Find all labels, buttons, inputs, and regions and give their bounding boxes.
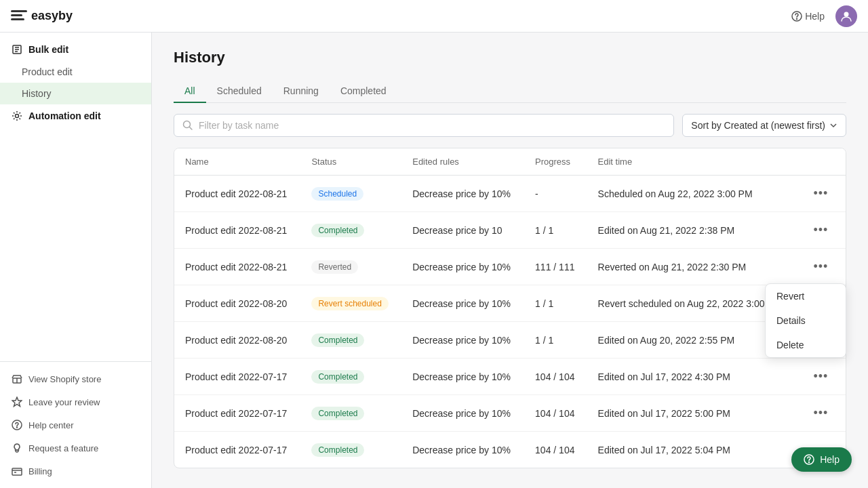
cell-actions: ••• xyxy=(797,359,846,395)
sidebar-item-label: Billing xyxy=(28,466,52,476)
sidebar-item-automation-edit[interactable]: Automation edit xyxy=(0,104,151,127)
svg-rect-9 xyxy=(12,468,22,475)
cell-edit-time: Scheduled on Aug 22, 2022 3:00 PM xyxy=(587,176,797,212)
svg-point-12 xyxy=(809,462,810,463)
user-icon xyxy=(840,10,852,22)
dropdown-item-details[interactable]: Details xyxy=(766,308,846,333)
cell-status: Completed xyxy=(300,395,401,432)
row-action-button[interactable]: ••• xyxy=(808,184,833,203)
table-row: Product edit 2022-08-20 Completed Decrea… xyxy=(174,322,846,359)
topbar: easyby Help xyxy=(0,0,868,33)
cell-edited-rules: Decrease price by 10% xyxy=(401,432,524,468)
tab-completed[interactable]: Completed xyxy=(330,80,397,103)
topbar-left: easyby xyxy=(11,9,73,23)
table-row: Product edit 2022-07-17 Completed Decrea… xyxy=(174,432,846,468)
cell-actions: ••• xyxy=(797,249,846,285)
tab-scheduled[interactable]: Scheduled xyxy=(206,80,273,103)
cell-name: Product edit 2022-08-21 xyxy=(174,249,300,285)
help-link[interactable]: Help xyxy=(791,11,825,22)
status-badge: Completed xyxy=(311,333,364,347)
row-action-button[interactable]: ••• xyxy=(808,403,833,423)
status-badge: Revert scheduled xyxy=(311,297,388,310)
sidebar-bottom: View Shopify store Leave your review xyxy=(0,361,151,488)
col-status: Status xyxy=(300,148,401,176)
help-fab-label: Help xyxy=(820,454,840,465)
cell-edit-time: Edited on Jul 17, 2022 5:04 PM xyxy=(587,432,797,468)
cell-edit-time: Edited on Jul 17, 2022 5:00 PM xyxy=(587,395,797,432)
sidebar-item-history[interactable]: History xyxy=(0,83,151,104)
row-action-button[interactable]: ••• xyxy=(808,367,833,386)
row-action-button[interactable]: ••• xyxy=(808,220,833,240)
cell-progress: 104 / 104 xyxy=(524,432,587,468)
cell-edited-rules: Decrease price by 10% xyxy=(401,395,524,432)
status-badge: Completed xyxy=(311,224,364,237)
main-content: History All Scheduled Running Completed … xyxy=(152,33,868,488)
sidebar-item-label: History xyxy=(22,88,52,99)
cell-name: Product edit 2022-08-20 xyxy=(174,285,300,322)
history-table: Name Status Edited rules Progress Edit t… xyxy=(174,148,846,468)
table-header-row: Name Status Edited rules Progress Edit t… xyxy=(174,148,846,176)
col-edit-time: Edit time xyxy=(587,148,797,176)
avatar[interactable] xyxy=(835,5,857,27)
star-icon xyxy=(11,396,23,408)
status-badge: Completed xyxy=(311,370,364,384)
tab-running[interactable]: Running xyxy=(273,80,330,103)
sidebar-item-label: View Shopify store xyxy=(28,374,101,384)
row-action-button[interactable]: ••• xyxy=(808,257,833,277)
app-logo[interactable]: easyby xyxy=(11,9,73,23)
search-box[interactable] xyxy=(174,114,674,137)
cell-name: Product edit 2022-07-17 xyxy=(174,395,300,432)
cell-actions: ••• xyxy=(797,212,846,249)
cell-progress: 1 / 1 xyxy=(524,285,587,322)
cell-status: Reverted xyxy=(300,249,401,285)
col-edited-rules: Edited rules xyxy=(401,148,524,176)
tab-all[interactable]: All xyxy=(174,80,206,103)
sidebar-item-help-center[interactable]: Help center xyxy=(0,413,151,436)
chevron-down-icon xyxy=(829,121,837,129)
sidebar-item-label: Bulk edit xyxy=(28,44,68,55)
dropdown-menu: Revert Details Delete xyxy=(765,283,846,358)
table-row: Product edit 2022-08-20 Revert scheduled… xyxy=(174,285,846,322)
status-badge: Completed xyxy=(311,407,364,420)
cell-name: Product edit 2022-07-17 xyxy=(174,359,300,395)
cell-edited-rules: Decrease price by 10% xyxy=(401,359,524,395)
sidebar-item-bulk-edit[interactable]: Bulk edit xyxy=(0,38,151,61)
help-fab-button[interactable]: Help xyxy=(791,447,852,472)
cell-status: Completed xyxy=(300,432,401,468)
status-badge: Scheduled xyxy=(311,187,363,201)
table-body: Product edit 2022-08-21 Scheduled Decrea… xyxy=(174,176,846,468)
cell-name: Product edit 2022-07-17 xyxy=(174,432,300,468)
cell-edited-rules: Decrease price by 10% xyxy=(401,322,524,359)
tabs: All Scheduled Running Completed xyxy=(174,80,846,103)
logo-icon xyxy=(11,10,27,22)
search-input[interactable] xyxy=(199,120,665,131)
store-icon xyxy=(11,373,23,385)
sidebar-item-request-feature[interactable]: Request a feature xyxy=(0,436,151,460)
cell-edit-time: Edited on Aug 21, 2022 2:38 PM xyxy=(587,212,797,249)
billing-icon xyxy=(11,465,23,477)
col-name: Name xyxy=(174,148,300,176)
cell-progress: 111 / 111 xyxy=(524,249,587,285)
dropdown-item-revert[interactable]: Revert xyxy=(766,284,846,308)
svg-point-4 xyxy=(16,115,19,118)
sidebar-item-product-edit[interactable]: Product edit xyxy=(0,61,151,83)
cell-edited-rules: Decrease price by 10% xyxy=(401,285,524,322)
col-actions xyxy=(797,148,846,176)
sidebar-item-view-shopify[interactable]: View Shopify store xyxy=(0,367,151,390)
sidebar-item-billing[interactable]: Billing xyxy=(0,460,151,483)
table-row: Product edit 2022-08-21 Completed Decrea… xyxy=(174,212,846,249)
cell-progress: 104 / 104 xyxy=(524,359,587,395)
cell-actions: ••• xyxy=(797,176,846,212)
cell-name: Product edit 2022-08-21 xyxy=(174,176,300,212)
cell-progress: 1 / 1 xyxy=(524,322,587,359)
dropdown-item-delete[interactable]: Delete xyxy=(766,333,846,357)
sort-select[interactable]: Sort by Created at (newest first) xyxy=(682,114,846,137)
cell-edit-time: Edited on Jul 17, 2022 4:30 PM xyxy=(587,359,797,395)
sidebar-item-label: Leave your review xyxy=(28,397,100,407)
cell-edited-rules: Decrease price by 10% xyxy=(401,176,524,212)
layout: Bulk edit Product edit History Automatio… xyxy=(0,33,868,488)
sidebar-item-leave-review[interactable]: Leave your review xyxy=(0,390,151,413)
sidebar: Bulk edit Product edit History Automatio… xyxy=(0,33,152,488)
status-badge: Completed xyxy=(311,443,364,457)
cell-edited-rules: Decrease price by 10 xyxy=(401,212,524,249)
